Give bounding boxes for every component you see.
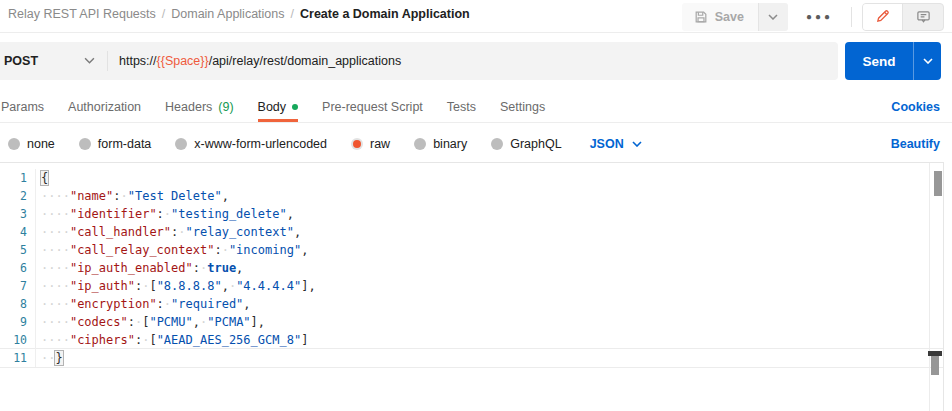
chevron-down-icon: [923, 58, 933, 64]
line-content: ····"encryption":·"required",: [36, 295, 251, 313]
radio-form-data[interactable]: form-data: [79, 137, 152, 151]
comment-icon: [916, 9, 931, 24]
line-content: ····"call_handler":·"relay_context",: [36, 223, 301, 241]
radio-label: raw: [370, 137, 390, 151]
comment-mode-button[interactable]: [903, 4, 943, 30]
breadcrumb-folder[interactable]: Domain Applications: [171, 7, 284, 21]
send-options-button[interactable]: [913, 42, 941, 80]
radio-graphql[interactable]: GraphQL: [491, 137, 561, 151]
body-language-select[interactable]: JSON: [590, 137, 642, 151]
radio-raw[interactable]: raw: [351, 137, 390, 151]
send-button[interactable]: Send: [845, 42, 913, 80]
breadcrumb-collection[interactable]: Relay REST API Requests: [8, 7, 156, 21]
radio-icon: [491, 138, 503, 150]
code-line[interactable]: 6····"ip_auth_enabled":·true,: [0, 259, 943, 277]
line-number: 9: [0, 313, 36, 331]
breadcrumb-request-title: Create a Domain Application: [300, 7, 470, 21]
line-number: 2: [0, 187, 36, 205]
line-content: ····"ip_auth_enabled":·true,: [36, 259, 243, 277]
code-line[interactable]: 2····"name":·"Test Delete",: [0, 187, 943, 205]
line-number: 4: [0, 223, 36, 241]
method-url-divider: [107, 51, 108, 71]
send-split-button: Send: [845, 42, 941, 80]
radio-x-www-form-urlencoded[interactable]: x-www-form-urlencoded: [175, 137, 327, 151]
tab-params[interactable]: Params: [1, 92, 44, 122]
breadcrumb-separator: /: [162, 7, 165, 21]
code-editor[interactable]: 1{2····"name":·"Test Delete",3····"ident…: [0, 162, 944, 411]
body-modified-dot: [292, 104, 298, 110]
code-line[interactable]: 11··}: [0, 349, 943, 367]
code-line[interactable]: 1{: [0, 169, 943, 187]
radio-label: binary: [433, 137, 467, 151]
code-line[interactable]: 4····"call_handler":·"relay_context",: [0, 223, 943, 241]
line-content: ····"identifier":·"testing_delete",: [36, 205, 294, 223]
url-scheme: https://: [119, 54, 157, 68]
tab-headers[interactable]: Headers(9): [165, 92, 234, 122]
tab-settings[interactable]: Settings: [500, 92, 545, 122]
code-line[interactable]: 9····"codecs":·["PCMU",·"PCMA"],: [0, 313, 943, 331]
pencil-icon: [875, 9, 890, 24]
radio-icon: [8, 138, 20, 150]
radio-label: form-data: [98, 137, 152, 151]
code-line[interactable]: 3····"identifier":·"testing_delete",: [0, 205, 943, 223]
breadcrumb-separator: /: [291, 7, 294, 21]
line-content: ····"ip_auth":·["8.8.8.8",·"4.4.4.4"],: [36, 277, 316, 295]
line-content: ····"call_relay_context":·"incoming",: [36, 241, 308, 259]
save-options-button[interactable]: [758, 3, 788, 31]
app-root: { "header": { "breadcrumb": ["Relay REST…: [0, 0, 952, 411]
line-number: 8: [0, 295, 36, 313]
request-tabs-bar: Params Authorization Headers(9) Body Pre…: [0, 92, 952, 123]
edit-mode-button[interactable]: [863, 4, 903, 30]
code-line[interactable]: 7····"ip_auth":·["8.8.8.8",·"4.4.4.4"],: [0, 277, 943, 295]
radio-none[interactable]: none: [8, 137, 55, 151]
tab-label: Authorization: [68, 100, 141, 114]
header-actions: Save ●●●: [682, 2, 944, 31]
tab-authorization[interactable]: Authorization: [68, 92, 141, 122]
url-container: POST https://{{Space}}/api/relay/rest/do…: [0, 42, 838, 80]
line-number: 7: [0, 277, 36, 295]
line-content: ··}: [36, 349, 63, 367]
more-options-button[interactable]: ●●●: [794, 11, 845, 22]
breadcrumb: Relay REST API Requests/Domain Applicati…: [8, 7, 470, 21]
method-select[interactable]: POST: [0, 54, 88, 68]
code-line[interactable]: 5····"call_relay_context":·"incoming",: [0, 241, 943, 259]
tab-pre-request-script[interactable]: Pre-request Script: [322, 92, 423, 122]
url-path: /api/relay/rest/domain_applications: [209, 54, 401, 68]
tab-label: Headers: [165, 100, 212, 114]
tab-tests[interactable]: Tests: [447, 92, 476, 122]
line-number: 11: [0, 349, 36, 367]
code-line[interactable]: 8····"encryption":·"required",: [0, 295, 943, 313]
chevron-down-icon: [768, 14, 778, 20]
save-split-button: Save: [682, 3, 788, 31]
radio-icon: [414, 138, 426, 150]
radio-icon: [79, 138, 91, 150]
tab-label: Pre-request Script: [322, 100, 423, 114]
tab-label: Settings: [500, 100, 545, 114]
method-chevron-icon[interactable]: [84, 57, 95, 64]
radio-binary[interactable]: binary: [414, 137, 467, 151]
beautify-link[interactable]: Beautify: [891, 137, 940, 151]
scrollbar-thumb[interactable]: [934, 171, 942, 196]
save-icon: [694, 10, 708, 24]
save-button[interactable]: Save: [682, 3, 758, 31]
line-content: ····"codecs":·["PCMU",·"PCMA"],: [36, 313, 265, 331]
url-variable: {{Space}}: [157, 54, 209, 68]
radio-label: x-www-form-urlencoded: [194, 137, 327, 151]
request-tabs: Params Authorization Headers(9) Body Pre…: [0, 92, 952, 122]
cookies-link[interactable]: Cookies: [891, 100, 940, 114]
url-input[interactable]: https://{{Space}}/api/relay/rest/domain_…: [119, 54, 401, 68]
tab-body[interactable]: Body: [258, 92, 299, 122]
text-cursor-icon: [928, 351, 942, 375]
body-type-bar: none form-data x-www-form-urlencoded raw…: [0, 130, 952, 158]
line-number: 3: [0, 205, 36, 223]
radio-label: none: [27, 137, 55, 151]
radio-icon: [175, 138, 187, 150]
line-number: 5: [0, 241, 36, 259]
request-bar: POST https://{{Space}}/api/relay/rest/do…: [0, 42, 952, 80]
line-number: 1: [0, 169, 36, 187]
headers-count-badge: (9): [218, 100, 233, 114]
tab-label: Tests: [447, 100, 476, 114]
code-line[interactable]: 10····"ciphers":·["AEAD_AES_256_GCM_8"]: [0, 331, 943, 349]
line-number: 10: [0, 331, 36, 349]
tab-label: Body: [258, 100, 287, 114]
